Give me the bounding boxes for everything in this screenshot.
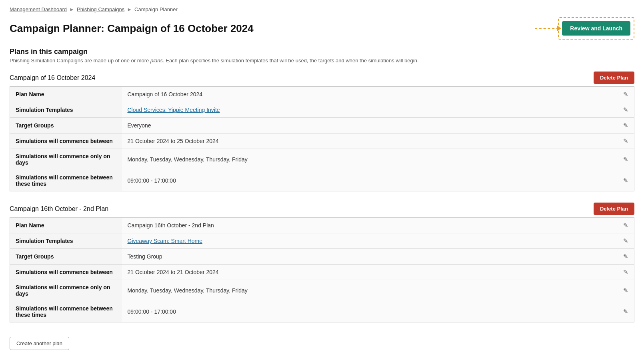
delete-plan-button-0[interactable]: Delete Plan: [594, 72, 634, 84]
edit-pencil-icon: ✎: [623, 156, 628, 163]
plan-row-edit-icon-0-3[interactable]: ✎: [618, 133, 634, 149]
plans-desc-part1: Phishing Simulation Campaigns are made u…: [10, 58, 150, 64]
plan-name-label-1: Campaign 16th October - 2nd Plan: [10, 205, 108, 213]
plan-row-value-0-5: 09:00:00 - 17:00:00: [122, 170, 618, 191]
plan-table-row-0-1: Simulation TemplatesCloud Services: Yipp…: [10, 102, 634, 118]
plans-section: Plans in this campaign Phishing Simulati…: [10, 48, 634, 64]
plan-row-edit-icon-0-0[interactable]: ✎: [618, 87, 634, 102]
plans-container: Campaign of 16 October 2024Delete PlanPl…: [10, 72, 634, 322]
plan-row-edit-icon-1-2[interactable]: ✎: [618, 249, 634, 264]
create-another-plan-button[interactable]: Create another plan: [10, 337, 69, 350]
edit-pencil-icon: ✎: [623, 253, 628, 260]
plan-row-link-1-1[interactable]: Giveaway Scam: Smart Home: [128, 238, 203, 244]
plan-table-row-1-2: Target GroupsTesting Group✎: [10, 249, 634, 264]
plan-name-label-0: Campaign of 16 October 2024: [10, 74, 95, 82]
plan-row-edit-icon-1-0[interactable]: ✎: [618, 218, 634, 233]
plan-row-label-0-4: Simulations will commence only on days: [10, 149, 122, 170]
plan-row-label-0-0: Plan Name: [10, 87, 122, 102]
page-header: Campaign Planner: Campaign of 16 October…: [10, 17, 634, 40]
plan-row-label-1-1: Simulation Templates: [10, 233, 122, 249]
plan-row-value-1-0: Campaign 16th October - 2nd Plan: [122, 218, 618, 233]
plan-row-value-1-3: 21 October 2024 to 21 October 2024: [122, 264, 618, 280]
plan-table-row-1-4: Simulations will commence only on daysMo…: [10, 280, 634, 301]
plan-table-0: Plan NameCampaign of 16 October 2024✎Sim…: [10, 86, 634, 191]
review-launch-button[interactable]: Review and Launch: [562, 21, 630, 36]
edit-pencil-icon: ✎: [623, 308, 628, 315]
plan-table-row-0-0: Plan NameCampaign of 16 October 2024✎: [10, 87, 634, 102]
plan-table-row-1-5: Simulations will commence between these …: [10, 301, 634, 322]
plan-table-1: Plan NameCampaign 16th October - 2nd Pla…: [10, 217, 634, 322]
plan-block-0: Campaign of 16 October 2024Delete PlanPl…: [10, 72, 634, 191]
plan-row-value-0-2: Everyone: [122, 118, 618, 133]
plan-table-row-0-4: Simulations will commence only on daysMo…: [10, 149, 634, 170]
plan-row-value-0-1: Cloud Services: Yippie Meeting Invite: [122, 102, 618, 118]
delete-plan-button-1[interactable]: Delete Plan: [594, 203, 634, 215]
edit-pencil-icon: ✎: [623, 106, 628, 113]
plan-row-edit-icon-1-1[interactable]: ✎: [618, 233, 634, 249]
plan-row-value-1-5: 09:00:00 - 17:00:00: [122, 301, 618, 322]
plan-row-edit-icon-0-4[interactable]: ✎: [618, 149, 634, 170]
plans-desc-italic: plans: [150, 58, 163, 64]
plan-table-row-0-2: Target GroupsEveryone✎: [10, 118, 634, 133]
plan-table-row-1-1: Simulation TemplatesGiveaway Scam: Smart…: [10, 233, 634, 249]
plan-header-0: Campaign of 16 October 2024Delete Plan: [10, 72, 634, 84]
plan-row-edit-icon-0-5[interactable]: ✎: [618, 170, 634, 191]
plan-row-value-0-0: Campaign of 16 October 2024: [122, 87, 618, 102]
plan-table-row-1-3: Simulations will commence between21 Octo…: [10, 264, 634, 280]
edit-pencil-icon: ✎: [623, 237, 628, 244]
plan-row-label-0-2: Target Groups: [10, 118, 122, 133]
plan-row-value-1-2: Testing Group: [122, 249, 618, 264]
edit-pencil-icon: ✎: [623, 177, 628, 184]
edit-pencil-icon: ✎: [623, 122, 628, 129]
edit-pencil-icon: ✎: [623, 222, 628, 229]
edit-pencil-icon: ✎: [623, 287, 628, 294]
breadcrumb-sep-2: ►: [127, 6, 132, 12]
breadcrumb: Management Dashboard ► Phishing Campaign…: [10, 6, 634, 12]
breadcrumb-current: Campaign Planner: [134, 6, 178, 12]
plan-row-edit-icon-1-3[interactable]: ✎: [618, 264, 634, 280]
plan-row-edit-icon-1-5[interactable]: ✎: [618, 301, 634, 322]
plan-row-label-0-5: Simulations will commence between these …: [10, 170, 122, 191]
review-launch-wrapper: Review and Launch: [558, 17, 634, 40]
edit-pencil-icon: ✎: [623, 91, 628, 97]
plan-row-label-1-0: Plan Name: [10, 218, 122, 233]
plan-row-link-0-1[interactable]: Cloud Services: Yippie Meeting Invite: [128, 107, 220, 113]
page-title: Campaign Planner: Campaign of 16 October…: [10, 22, 254, 35]
plan-row-value-1-1: Giveaway Scam: Smart Home: [122, 233, 618, 249]
plan-row-edit-icon-0-2[interactable]: ✎: [618, 118, 634, 133]
edit-pencil-icon: ✎: [623, 268, 628, 275]
plan-row-label-0-3: Simulations will commence between: [10, 133, 122, 149]
plans-section-desc: Phishing Simulation Campaigns are made u…: [10, 58, 634, 64]
plan-row-label-1-2: Target Groups: [10, 249, 122, 264]
plan-row-label-1-4: Simulations will commence only on days: [10, 280, 122, 301]
plan-row-value-1-4: Monday, Tuesday, Wednesday, Thursday, Fr…: [122, 280, 618, 301]
plan-row-value-0-3: 21 October 2024 to 25 October 2024: [122, 133, 618, 149]
plan-block-1: Campaign 16th October - 2nd PlanDelete P…: [10, 203, 634, 322]
plan-row-edit-icon-0-1[interactable]: ✎: [618, 102, 634, 118]
plan-row-label-0-1: Simulation Templates: [10, 102, 122, 118]
plan-header-1: Campaign 16th October - 2nd PlanDelete P…: [10, 203, 634, 215]
breadcrumb-sep-1: ►: [69, 6, 74, 12]
edit-pencil-icon: ✎: [623, 137, 628, 144]
plan-table-row-0-3: Simulations will commence between21 Octo…: [10, 133, 634, 149]
plans-section-title: Plans in this campaign: [10, 48, 634, 56]
plan-row-label-1-3: Simulations will commence between: [10, 264, 122, 280]
plan-table-row-0-5: Simulations will commence between these …: [10, 170, 634, 191]
plans-desc-part3: . Each plan specifies the simulation tem…: [163, 58, 419, 64]
plan-table-row-1-0: Plan NameCampaign 16th October - 2nd Pla…: [10, 218, 634, 233]
breadcrumb-management-dashboard[interactable]: Management Dashboard: [10, 6, 67, 12]
breadcrumb-phishing-campaigns[interactable]: Phishing Campaigns: [77, 6, 124, 12]
plan-row-value-0-4: Monday, Tuesday, Wednesday, Thursday, Fr…: [122, 149, 618, 170]
plan-row-label-1-5: Simulations will commence between these …: [10, 301, 122, 322]
plan-row-edit-icon-1-4[interactable]: ✎: [618, 280, 634, 301]
